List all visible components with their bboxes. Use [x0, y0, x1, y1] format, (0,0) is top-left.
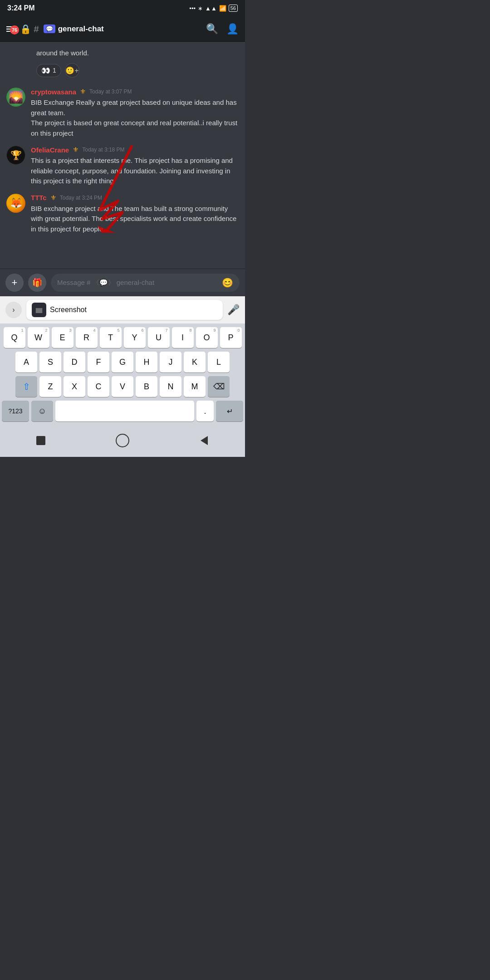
- key-x[interactable]: X: [64, 376, 85, 397]
- key-b[interactable]: B: [136, 376, 157, 397]
- keyboard-row-3: ⇧ Z X C V B N M ⌫: [2, 376, 243, 397]
- space-key[interactable]: [55, 401, 194, 421]
- suggestion-word[interactable]: Screenshot: [50, 306, 87, 314]
- key-g[interactable]: G: [112, 352, 133, 372]
- suggestion-chevron-button[interactable]: ›: [5, 302, 22, 318]
- square-button[interactable]: [33, 432, 49, 449]
- key-u[interactable]: 7U: [148, 327, 170, 348]
- emoji-key[interactable]: ☺: [31, 401, 53, 421]
- message-text-cryptowasana: BIB Exchange Really a great project base…: [31, 98, 239, 138]
- key-o[interactable]: 9O: [196, 327, 218, 348]
- key-v[interactable]: V: [112, 376, 133, 397]
- key-c[interactable]: C: [88, 376, 109, 397]
- plus-icon: +: [12, 277, 18, 289]
- svg-rect-1: [36, 436, 45, 445]
- message-content-ofeliacrane: OfeliaCrane ⚜ Today at 3:18 PM This is a…: [31, 146, 239, 186]
- key-d[interactable]: D: [64, 352, 85, 372]
- username-tttc[interactable]: TTTc: [31, 194, 47, 201]
- timestamp-cryptowasana: Today at 3:07 PM: [89, 88, 132, 95]
- message-content-tttc: TTTc ⚜ Today at 3:24 PM BIB exchange pro…: [31, 194, 239, 235]
- gift-button[interactable]: 🎁: [28, 274, 46, 292]
- avatar-cryptowasana: 🌄: [6, 88, 25, 107]
- return-key[interactable]: ↵: [216, 401, 243, 421]
- key-q[interactable]: 1Q: [4, 327, 25, 348]
- back-triangle-icon: [198, 434, 211, 447]
- microphone-button[interactable]: 🎤: [227, 304, 240, 316]
- key-t[interactable]: 5T: [100, 327, 122, 348]
- key-a[interactable]: A: [15, 352, 37, 372]
- add-button[interactable]: +: [5, 274, 24, 292]
- keyboard-row-1: 1Q 2W 3E 4R 5T 6Y 7U 8I 9O 0P: [2, 327, 243, 348]
- bottom-nav-bar: [0, 427, 245, 457]
- key-n[interactable]: N: [160, 376, 181, 397]
- channel-name: general-chat: [58, 24, 104, 34]
- signal-icon: ▲▲: [205, 5, 217, 12]
- emoji-button[interactable]: 😊: [222, 277, 233, 288]
- key-s[interactable]: S: [39, 352, 61, 372]
- lock-hash-icon: 🔒 #: [20, 24, 39, 34]
- suggestion-thumbnail: ▓▓: [32, 303, 46, 317]
- back-button[interactable]: [196, 432, 212, 449]
- username-ofeliacrane[interactable]: OfeliaCrane: [31, 146, 69, 154]
- numbers-key[interactable]: ?123: [2, 401, 29, 421]
- notification-badge: 76: [10, 25, 19, 34]
- svg-point-2: [116, 434, 129, 447]
- timestamp-tttc: Today at 3:24 PM: [60, 195, 102, 201]
- key-r[interactable]: 4R: [76, 327, 98, 348]
- status-icons: ••• ∗ ▲▲ 📶 56: [189, 5, 238, 12]
- home-circle-icon: [115, 433, 130, 448]
- add-reaction-icon: 🙂+: [65, 66, 78, 75]
- square-icon: [34, 434, 47, 447]
- message-text-tttc: BIB exchange project and The team has bu…: [31, 204, 239, 235]
- key-f[interactable]: F: [88, 352, 109, 372]
- partial-message: around the world.: [0, 46, 245, 63]
- shift-key[interactable]: ⇧: [15, 376, 37, 397]
- home-button[interactable]: [114, 432, 131, 449]
- message-input[interactable]: Message # 〈💬〉 general-chat 😊: [51, 274, 240, 292]
- reaction-pill[interactable]: 👀 1: [36, 64, 61, 77]
- message-content-cryptowasana: cryptowasana ⚜ Today at 3:07 PM BIB Exch…: [31, 88, 239, 138]
- message-cryptowasana: 🌄 cryptowasana ⚜ Today at 3:07 PM BIB Ex…: [0, 84, 245, 142]
- chat-bubble-icon: 💬: [44, 24, 55, 33]
- profile-icon[interactable]: 👤: [226, 23, 239, 35]
- suggestion-pill[interactable]: ▓▓ Screenshot: [26, 300, 223, 320]
- key-p[interactable]: 0P: [220, 327, 242, 348]
- key-j[interactable]: J: [160, 352, 181, 372]
- avatar-tttc: 🦊: [6, 194, 25, 213]
- reaction-emoji: 👀: [41, 66, 50, 75]
- keyboard: 1Q 2W 3E 4R 5T 6Y 7U 8I 9O 0P A S D F G …: [0, 323, 245, 427]
- battery-indicator: 56: [229, 5, 238, 12]
- period-key[interactable]: .: [196, 401, 214, 421]
- add-reaction-button[interactable]: 🙂+: [65, 63, 79, 78]
- key-l[interactable]: L: [208, 352, 230, 372]
- key-y[interactable]: 6Y: [124, 327, 146, 348]
- key-e[interactable]: 3E: [52, 327, 74, 348]
- key-m[interactable]: M: [184, 376, 206, 397]
- key-w[interactable]: 2W: [28, 327, 49, 348]
- reaction-row: 👀 1 🙂+: [0, 63, 245, 84]
- key-k[interactable]: K: [184, 352, 206, 372]
- input-placeholder: Message # 〈💬〉 general-chat: [57, 279, 219, 287]
- input-bar: + 🎁 Message # 〈💬〉 general-chat 😊: [0, 269, 245, 296]
- keyboard-row-4: ?123 ☺ . ↵: [2, 401, 243, 421]
- username-cryptowasana[interactable]: cryptowasana: [31, 88, 76, 96]
- avatar-ofeliacrane: 🏆: [6, 146, 25, 165]
- backspace-key[interactable]: ⌫: [208, 376, 230, 397]
- message-header-cryptowasana: cryptowasana ⚜ Today at 3:07 PM: [31, 88, 239, 96]
- header-actions: 🔍 👤: [206, 23, 239, 35]
- message-header-ofeliacrane: OfeliaCrane ⚜ Today at 3:18 PM: [31, 146, 239, 154]
- suggestion-bar: › ▓▓ Screenshot 🎤: [0, 296, 245, 323]
- key-z[interactable]: Z: [39, 376, 61, 397]
- search-icon[interactable]: 🔍: [206, 23, 218, 35]
- menu-button[interactable]: 76: [6, 26, 15, 32]
- wifi-icon: 📶: [219, 5, 226, 12]
- mic-icon: 🎤: [227, 304, 240, 315]
- key-h[interactable]: H: [136, 352, 157, 372]
- fleur-icon-ofelia: ⚜: [73, 146, 78, 154]
- reaction-count: 1: [53, 67, 56, 74]
- key-i[interactable]: 8I: [172, 327, 194, 348]
- message-ofeliacrane: 🏆 OfeliaCrane ⚜ Today at 3:18 PM This is…: [0, 142, 245, 190]
- ellipsis-icon: •••: [189, 5, 196, 12]
- fleur-icon-crypto: ⚜: [80, 88, 86, 96]
- gift-icon: 🎁: [32, 278, 42, 288]
